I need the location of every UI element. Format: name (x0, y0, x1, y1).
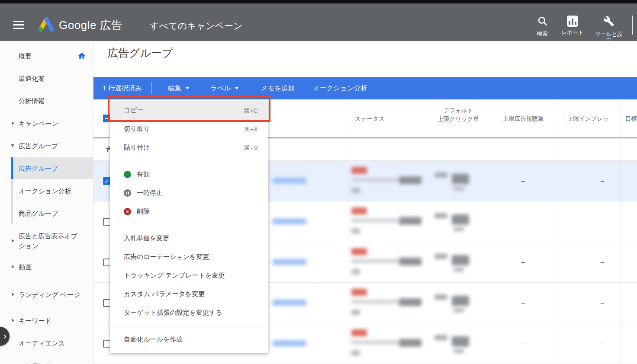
menu-divider (110, 326, 268, 326)
menu-item-change-custom-parameters[interactable]: カスタム パラメータを変更 (110, 285, 268, 303)
tools-settings-button[interactable]: ツールと設定 (592, 16, 625, 44)
column-header-status[interactable]: ステータス (355, 115, 385, 123)
sidebar-item-videos[interactable]: 動画 (0, 259, 93, 275)
add-note-button[interactable]: メモを追加 (253, 80, 302, 96)
redacted-text (399, 339, 421, 347)
window-top-strip (0, 0, 637, 3)
sidebar-item-keywords[interactable]: キーワード (0, 313, 93, 328)
redacted-cpc-value (434, 254, 447, 259)
google-ads-logo (37, 16, 55, 34)
campaign-scope-title[interactable]: すべてのキャンペーン (150, 20, 242, 32)
sidebar-item-product-groups[interactable]: 商品グループ (0, 205, 93, 221)
redacted-status-text (351, 167, 367, 174)
chevron-right-icon (12, 121, 14, 125)
redacted-text (351, 188, 360, 193)
page-title: 広告グループ (107, 46, 173, 60)
caret-down-icon (235, 87, 239, 89)
menu-divider (110, 225, 268, 225)
redacted-cpc-value (454, 267, 464, 272)
menu-item-remove[interactable]: × 削除 (110, 202, 268, 221)
redacted-status-text (351, 208, 367, 214)
column-separator (426, 99, 426, 364)
redacted-cpc-value (434, 335, 447, 340)
redacted-cpc-value (454, 348, 464, 353)
caret-down-icon (185, 87, 190, 89)
menu-item-pause[interactable]: 一時停止 (110, 184, 268, 202)
annotation-highlight-box (108, 96, 270, 122)
redacted-ad-group-link[interactable] (273, 218, 306, 224)
redacted-text (351, 178, 400, 182)
sidebar-item-content[interactable]: コンテンツ (0, 358, 93, 364)
column-header-default-max-cpc[interactable]: デフォルト 上限クリック単 (426, 106, 491, 124)
redacted-text (351, 341, 400, 344)
redacted-ad-group-link[interactable] (273, 340, 306, 346)
search-button[interactable]: 検索 (526, 16, 559, 37)
sidebar-item-landing-pages[interactable]: ランディング ページ (0, 284, 93, 304)
chevron-down-icon (11, 144, 14, 147)
redacted-status-text (351, 248, 367, 255)
cell-max-impressions: – (594, 339, 611, 347)
appbar-divider (140, 16, 140, 35)
menu-item-change-bids[interactable]: 入札単価を変更 (110, 229, 268, 248)
cell-max-cpv: – (491, 339, 556, 347)
auction-insights-button[interactable]: オークション分析 (306, 80, 375, 96)
reports-button[interactable]: レポート (556, 16, 589, 36)
redacted-text (351, 269, 360, 275)
menu-item-change-tracking-template[interactable]: トラッキング テンプレートを変更 (110, 266, 268, 285)
labels-menu-button[interactable]: ラベル (203, 80, 247, 96)
sidebar-item-ad-groups[interactable]: 広告グループ (0, 157, 93, 179)
redacted-cpc-value (434, 294, 447, 300)
redacted-cpc-value (452, 174, 469, 184)
menu-item-change-ad-rotation[interactable]: 広告のローテーションを変更 (110, 248, 268, 266)
chevron-right-icon (12, 293, 14, 296)
status-paused-icon (124, 189, 131, 197)
menu-item-cut[interactable]: 切り取り ⌘+X (110, 120, 268, 138)
redacted-cpc-value (452, 255, 469, 265)
sidebar-item-ads-extensions[interactable]: 広告と広告表示オプション (0, 231, 93, 251)
chevron-right-icon (12, 239, 14, 243)
menu-item-change-targeting-expansion[interactable]: ターゲット拡張の設定を変更する (110, 303, 268, 322)
sidebar-item-overview[interactable]: 概要 (0, 48, 93, 64)
sidebar-item-recommendations[interactable]: 最適化案 (0, 70, 93, 86)
cell-max-cpv: – (491, 258, 556, 265)
redacted-ad-group-link[interactable] (273, 300, 306, 306)
chevron-right-icon (12, 265, 14, 268)
report-icon (567, 16, 578, 27)
column-header-target[interactable]: 目標 (625, 115, 637, 123)
redacted-text (351, 300, 400, 303)
search-icon (537, 16, 548, 26)
redacted-text (351, 259, 400, 263)
shortcut-cut: ⌘+X (244, 126, 258, 133)
edit-context-menu: コピー ⌘+C 切り取り ⌘+X 貼り付け ⌘+V 有効 一時停止 × 削除 入… (110, 99, 268, 353)
sidebar-item-audiences[interactable]: オーディエンス (0, 335, 93, 351)
sidebar-item-campaigns[interactable]: キャンペーン (0, 115, 93, 131)
menu-item-paste[interactable]: 貼り付け ⌘+V (110, 138, 268, 157)
column-header-max-impressions[interactable]: 上限インプレッ (556, 115, 621, 123)
redacted-text (351, 350, 360, 356)
sidebar-item-auction-insights[interactable]: オークション分析 (0, 183, 93, 198)
redacted-ad-group-link[interactable] (273, 259, 306, 265)
selection-count: 1 行選択済み (103, 84, 142, 93)
appbar-right-divider (632, 16, 633, 35)
menu-item-create-automated-rule[interactable]: 自動化ルールを作成 (110, 330, 268, 349)
redacted-cpc-value (452, 214, 469, 225)
redacted-text (399, 258, 421, 265)
cell-max-impressions: – (594, 177, 611, 184)
redacted-text (351, 310, 360, 315)
redacted-ad-group-link[interactable] (273, 178, 306, 184)
menu-item-enable[interactable]: 有効 (110, 165, 268, 184)
wrench-icon (603, 16, 614, 27)
app-bar: Google 広告 すべてのキャンペーン 検索 レポート ツールと設定 (0, 3, 637, 41)
shortcut-paste: ⌘+V (244, 144, 258, 151)
sidebar-item-insights[interactable]: 分析情報 (0, 93, 93, 109)
menu-hamburger-icon[interactable] (13, 21, 24, 29)
redacted-text (399, 298, 421, 306)
cell-max-cpv: – (491, 299, 556, 306)
sidebar-item-ad-groups-parent[interactable]: 広告グループ (0, 138, 93, 153)
edit-menu-button[interactable]: 編集 (161, 80, 197, 96)
column-header-max-cpv[interactable]: 上限広告視聴単 (491, 115, 556, 123)
toolbar-divider (151, 82, 152, 94)
chevron-right-icon (12, 319, 14, 322)
redacted-text (399, 217, 421, 225)
column-separator (556, 99, 556, 364)
